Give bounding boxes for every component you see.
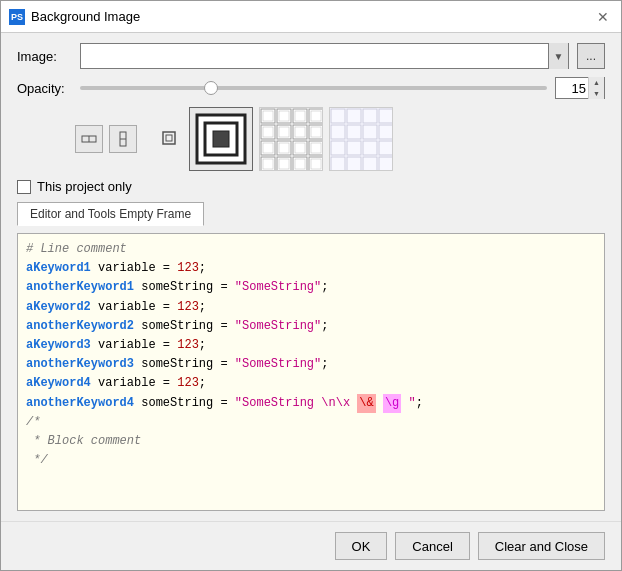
code-line-block-start: /* [26,413,596,432]
code-line-3: aKeyword2 variable = 123; [26,298,596,317]
opacity-slider-thumb[interactable] [204,81,218,95]
cancel-button[interactable]: Cancel [395,532,469,560]
project-only-label: This project only [37,179,132,194]
code-line-6: anotherKeyword3 someString = "SomeString… [26,355,596,374]
app-icon: PS [9,9,25,25]
dialog-title: Background Image [31,9,587,24]
code-line-5: aKeyword3 variable = 123; [26,336,596,355]
spin-down-button[interactable]: ▼ [589,88,604,99]
image-label: Image: [17,49,72,64]
opacity-value[interactable] [556,81,588,96]
main-preview [189,107,253,171]
code-line-4: anotherKeyword2 someString = "SomeString… [26,317,596,336]
code-preview-area: # Line comment aKeyword1 variable = 123;… [17,233,605,511]
opacity-spinbox: ▲ ▼ [555,77,605,99]
browse-button[interactable]: ... [577,43,605,69]
svg-rect-8 [213,131,229,147]
opacity-slider-track [80,86,547,90]
image-row: Image: ▼ ... [17,43,605,69]
code-line-2: anotherKeyword1 someString = "SomeString… [26,278,596,297]
opacity-slider-container [80,78,547,98]
svg-rect-11 [260,108,323,171]
code-line-7: aKeyword4 variable = 123; [26,374,596,393]
combo-dropdown-button[interactable]: ▼ [548,43,568,69]
svg-rect-13 [330,108,393,171]
center-icon [155,124,183,155]
code-line-block-body: * Block comment [26,432,596,451]
grid-pattern-preview [259,107,323,171]
svg-rect-5 [166,135,172,141]
ok-button[interactable]: OK [335,532,388,560]
clear-close-button[interactable]: Clear and Close [478,532,605,560]
code-line-block-end: */ [26,451,596,470]
code-line-1: aKeyword1 variable = 123; [26,259,596,278]
close-button[interactable]: ✕ [593,7,613,27]
tab-editor-tools-empty-frame[interactable]: Editor and Tools Empty Frame [17,202,204,226]
project-only-checkbox[interactable] [17,180,31,194]
dialog-content: Image: ▼ ... Opacity: ▲ ▼ [1,33,621,521]
tab-bar: Editor and Tools Empty Frame [17,202,605,225]
light-grid-preview [329,107,393,171]
background-image-dialog: PS Background Image ✕ Image: ▼ ... Opaci… [0,0,622,571]
image-input[interactable] [81,49,548,64]
svg-rect-4 [163,132,175,144]
opacity-row: Opacity: ▲ ▼ [17,77,605,99]
dialog-footer: OK Cancel Clear and Close [1,521,621,570]
checkbox-row: This project only [17,179,605,194]
spinbox-arrows: ▲ ▼ [588,77,604,99]
tile-controls-row [75,107,605,171]
tile-vertical-button[interactable] [109,125,137,153]
tile-horizontal-button[interactable] [75,125,103,153]
image-combobox[interactable]: ▼ [80,43,569,69]
spin-up-button[interactable]: ▲ [589,77,604,88]
opacity-label: Opacity: [17,81,72,96]
code-line-8-special: anotherKeyword4 someString = "SomeString… [26,394,596,413]
code-line-comment: # Line comment [26,240,596,259]
title-bar: PS Background Image ✕ [1,1,621,33]
